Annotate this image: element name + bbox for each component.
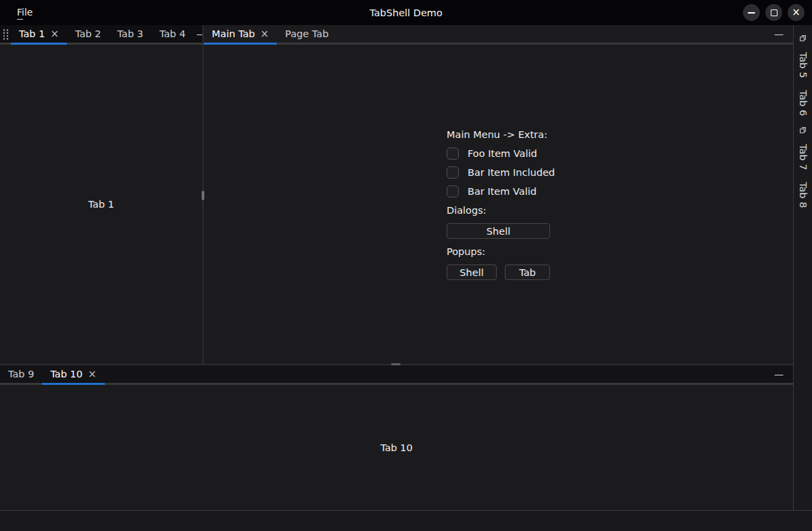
popups-tab-button[interactable]: Tab	[505, 264, 550, 280]
left-pane-content-label: Tab 1	[88, 199, 114, 210]
main-pane: Main Tab × Page Tab — Main Menu -> Extra…	[204, 25, 793, 364]
sidebar-tab-7[interactable]: Tab 7	[798, 141, 808, 173]
tab-2-label: Tab 2	[75, 28, 101, 39]
sidebar-tab-6[interactable]: Tab 6	[798, 87, 808, 119]
sidebar-tab-8[interactable]: Tab 8	[798, 179, 808, 211]
bottom-pane-minimize-button[interactable]: —	[771, 368, 786, 380]
bottom-dock-strip	[0, 511, 812, 531]
maximize-icon	[771, 9, 777, 16]
top-dock-area: Tab 1 × Tab 2 Tab 3 Tab 4 — Tab 1	[0, 25, 793, 364]
extra-menu-label: Main Menu -> Extra:	[447, 129, 550, 141]
tab-1-close-icon[interactable]: ×	[50, 29, 59, 39]
minimize-icon	[748, 12, 755, 14]
tab-10-label: Tab 10	[50, 369, 83, 379]
app-window: File TabShell Demo ×	[0, 0, 812, 531]
sidebar-group-icon[interactable]	[798, 33, 808, 43]
bottom-pane-tabbar: Tab 9 Tab 10 × —	[0, 365, 793, 385]
tab-2[interactable]: Tab 2	[67, 25, 109, 45]
tab-10[interactable]: Tab 10 ×	[42, 365, 104, 385]
bottom-pane-content: Tab 10	[0, 385, 793, 510]
menu-file[interactable]: File	[17, 7, 32, 19]
tab-4-label: Tab 4	[160, 28, 185, 39]
left-pane-content: Tab 1	[0, 45, 202, 364]
window-controls: ×	[743, 4, 805, 21]
window-title: TabShell Demo	[0, 0, 812, 25]
bar-item-included-label: Bar Item Included	[468, 167, 555, 178]
popups-shell-button[interactable]: Shell	[447, 264, 497, 280]
tab-main[interactable]: Main Tab ×	[204, 25, 277, 45]
tab-4[interactable]: Tab 4	[152, 25, 194, 45]
titlebar: File TabShell Demo ×	[0, 0, 812, 25]
sidebar-group-icon[interactable]	[798, 125, 808, 135]
tab-10-close-icon[interactable]: ×	[88, 369, 97, 379]
popups-button-row: Shell Tab	[447, 264, 550, 280]
tab-page-label: Page Tab	[285, 28, 328, 39]
bottom-pane: Tab 9 Tab 10 × — Tab 10	[0, 365, 793, 510]
tab-page[interactable]: Page Tab	[277, 25, 336, 45]
vertical-splitter-handle[interactable]	[202, 191, 204, 200]
tab-9-label: Tab 9	[8, 369, 34, 379]
window-minimize-button[interactable]	[743, 4, 760, 21]
foo-item-valid-label: Foo Item Valid	[468, 148, 537, 159]
checkbox-row-bar-included[interactable]: Bar Item Included	[447, 166, 550, 179]
checkbox-row-foo-valid[interactable]: Foo Item Valid	[447, 147, 550, 160]
dialogs-label: Dialogs:	[447, 204, 550, 216]
sidebar-tab-5[interactable]: Tab 5	[798, 49, 808, 81]
main-pane-content: Main Menu -> Extra: Foo Item Valid Bar I…	[204, 45, 793, 364]
window-maximize-button[interactable]	[765, 4, 782, 21]
window-close-button[interactable]: ×	[788, 4, 805, 21]
dialogs-shell-button[interactable]: Shell	[447, 223, 550, 239]
tab-drag-grip-icon[interactable]	[2, 28, 9, 40]
vertical-splitter[interactable]	[202, 25, 204, 364]
tab-3[interactable]: Tab 3	[109, 25, 151, 45]
tab-1[interactable]: Tab 1 ×	[11, 25, 67, 45]
close-icon: ×	[792, 7, 800, 18]
bottom-pane-content-label: Tab 10	[380, 442, 413, 453]
left-pane-tabbar: Tab 1 × Tab 2 Tab 3 Tab 4 —	[0, 25, 202, 45]
bar-item-valid-checkbox[interactable]	[447, 185, 459, 198]
tab-1-label: Tab 1	[19, 28, 45, 39]
controls-column: Main Menu -> Extra: Foo Item Valid Bar I…	[447, 129, 550, 280]
popups-label: Popups:	[447, 246, 550, 258]
foo-item-valid-checkbox[interactable]	[447, 147, 459, 160]
tab-main-label: Main Tab	[212, 28, 255, 39]
bar-item-valid-label: Bar Item Valid	[468, 186, 537, 197]
main-pane-minimize-button[interactable]: —	[771, 28, 786, 40]
tab-main-close-icon[interactable]: ×	[261, 29, 269, 39]
tab-9[interactable]: Tab 9	[0, 365, 42, 385]
bar-item-included-checkbox[interactable]	[447, 166, 459, 179]
right-sidebar: Tab 5 Tab 6 Tab 7 Tab 8	[793, 25, 812, 511]
tab-3-label: Tab 3	[117, 28, 143, 39]
left-pane: Tab 1 × Tab 2 Tab 3 Tab 4 — Tab 1	[0, 25, 202, 364]
checkbox-row-bar-valid[interactable]: Bar Item Valid	[447, 185, 550, 198]
main-pane-tabbar: Main Tab × Page Tab —	[204, 25, 793, 45]
